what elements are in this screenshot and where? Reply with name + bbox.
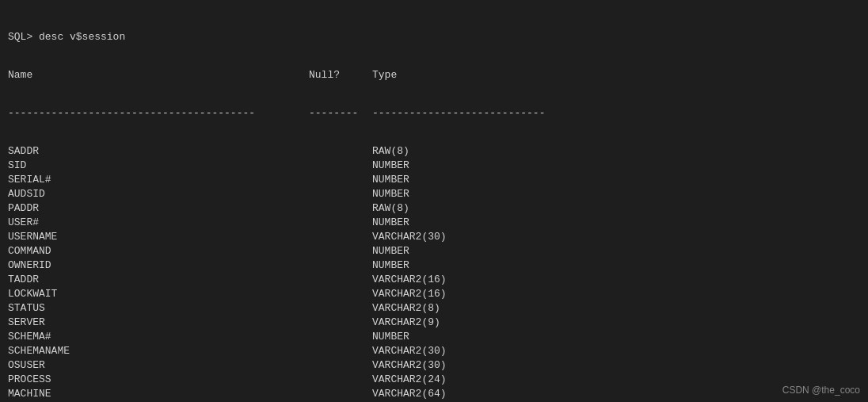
row-null	[309, 316, 372, 330]
row-null	[309, 330, 372, 344]
row-type: NUMBER	[372, 244, 409, 258]
row-type: NUMBER	[372, 216, 409, 230]
row-null	[309, 201, 372, 216]
table-row: LOCKWAITVARCHAR2(16)	[8, 287, 860, 301]
table-row: OSUSERVARCHAR2(30)	[8, 358, 860, 373]
row-type: RAW(8)	[372, 201, 409, 216]
row-type: NUMBER	[372, 187, 409, 201]
row-null	[309, 358, 372, 373]
header-null: Null?	[309, 68, 372, 82]
table-row: USER#NUMBER	[8, 216, 860, 230]
row-name: SCHEMA#	[8, 330, 309, 344]
row-null	[309, 144, 372, 159]
row-name: OSUSER	[8, 358, 309, 373]
row-null	[309, 230, 372, 244]
row-null	[309, 344, 372, 358]
row-type: VARCHAR2(9)	[372, 316, 440, 330]
header-name: Name	[8, 68, 309, 82]
header-type: Type	[372, 68, 397, 82]
table-row: AUDSIDNUMBER	[8, 187, 860, 201]
row-name: SERVER	[8, 316, 309, 330]
table-row: SCHEMANAMEVARCHAR2(30)	[8, 344, 860, 358]
row-name: SADDR	[8, 144, 309, 159]
row-name: PROCESS	[8, 373, 309, 387]
row-null	[309, 273, 372, 287]
row-type: VARCHAR2(8)	[372, 301, 440, 316]
row-name: STATUS	[8, 301, 309, 316]
row-null	[309, 287, 372, 301]
prompt-text: SQL> desc v$session	[8, 30, 125, 44]
table-row: COMMANDNUMBER	[8, 244, 860, 258]
row-type: VARCHAR2(30)	[372, 230, 447, 244]
row-name: USERNAME	[8, 230, 309, 244]
table-row: USERNAMEVARCHAR2(30)	[8, 230, 860, 244]
table-row: SERIAL#NUMBER	[8, 173, 860, 187]
terminal: SQL> desc v$session Name Null? Type ----…	[0, 0, 868, 402]
row-name: OWNERID	[8, 258, 309, 273]
data-rows: SADDRRAW(8)SIDNUMBERSERIAL#NUMBERAUDSIDN…	[8, 144, 860, 402]
row-name: SCHEMANAME	[8, 344, 309, 358]
table-row: TADDRVARCHAR2(16)	[8, 273, 860, 287]
divider-row: ----------------------------------------…	[8, 106, 860, 121]
divider-type: ----------------------------	[372, 106, 545, 121]
row-null	[309, 244, 372, 258]
row-name: PADDR	[8, 201, 309, 216]
row-null	[309, 301, 372, 316]
table-row: STATUSVARCHAR2(8)	[8, 301, 860, 316]
row-null	[309, 387, 372, 401]
divider-null: --------	[309, 106, 372, 121]
row-type: RAW(8)	[372, 144, 409, 159]
row-type: NUMBER	[372, 330, 409, 344]
table-row: SERVERVARCHAR2(9)	[8, 316, 860, 330]
row-type: NUMBER	[372, 258, 409, 273]
table-row: SCHEMA#NUMBER	[8, 330, 860, 344]
row-name: MACHINE	[8, 387, 309, 401]
row-name: TADDR	[8, 273, 309, 287]
row-type: VARCHAR2(30)	[372, 344, 447, 358]
row-type: VARCHAR2(30)	[372, 358, 447, 373]
watermark: CSDN @the_coco	[782, 385, 860, 396]
header-row: Name Null? Type	[8, 68, 860, 82]
table-row: OWNERIDNUMBER	[8, 258, 860, 273]
row-type: VARCHAR2(16)	[372, 273, 447, 287]
row-name: SERIAL#	[8, 173, 309, 187]
row-type: VARCHAR2(16)	[372, 287, 447, 301]
row-null	[309, 159, 372, 173]
prompt-line: SQL> desc v$session	[8, 30, 860, 44]
table-row: SIDNUMBER	[8, 159, 860, 173]
row-type: VARCHAR2(64)	[372, 387, 447, 401]
row-null	[309, 187, 372, 201]
row-null	[309, 373, 372, 387]
row-type: VARCHAR2(24)	[372, 373, 447, 387]
row-null	[309, 173, 372, 187]
row-null	[309, 258, 372, 273]
table-row: MACHINEVARCHAR2(64)	[8, 387, 860, 401]
divider-name: ----------------------------------------	[8, 106, 309, 121]
table-row: PADDRRAW(8)	[8, 201, 860, 216]
table-row: PROCESSVARCHAR2(24)	[8, 373, 860, 387]
row-type: NUMBER	[372, 159, 409, 173]
row-type: NUMBER	[372, 173, 409, 187]
row-name: USER#	[8, 216, 309, 230]
row-name: SID	[8, 159, 309, 173]
row-name: LOCKWAIT	[8, 287, 309, 301]
row-null	[309, 216, 372, 230]
row-name: COMMAND	[8, 244, 309, 258]
table-row: SADDRRAW(8)	[8, 144, 860, 159]
row-name: AUDSID	[8, 187, 309, 201]
